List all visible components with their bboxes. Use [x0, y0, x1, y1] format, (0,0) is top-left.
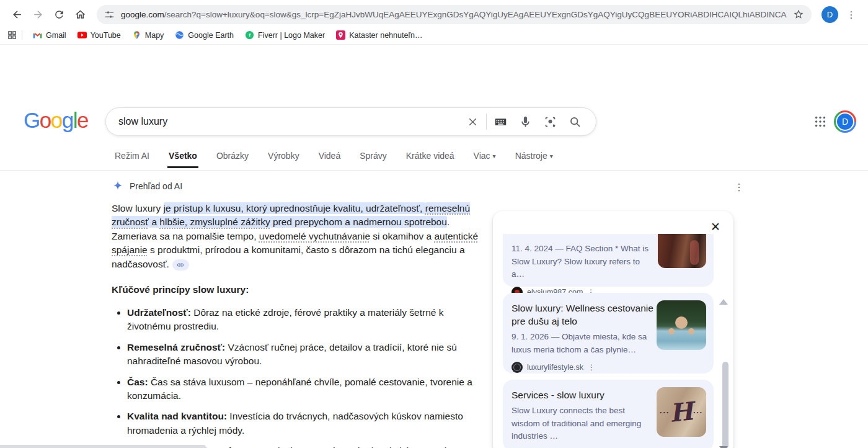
browser-profile-avatar[interactable]: D: [822, 6, 838, 23]
panel-close-button[interactable]: ✕: [707, 218, 724, 235]
list-item: Remeselná zručnosť: Vzácnosť ručnej prác…: [127, 341, 479, 369]
address-bar[interactable]: google.com/search?q=slow+luxury&oq=slow&…: [97, 5, 812, 24]
source-card[interactable]: Slow luxury: Wellness cestovanie pre duš…: [503, 293, 714, 374]
tab-spravy[interactable]: Správy: [358, 149, 388, 168]
ai-overview-menu-button[interactable]: ⋮: [734, 181, 744, 193]
keyboard-icon: [494, 115, 507, 128]
google-apps-grid-icon[interactable]: [813, 115, 827, 128]
lens-search-button[interactable]: [538, 109, 562, 134]
tab-vsetko[interactable]: Všetko: [167, 149, 198, 168]
bookmark-fiverr[interactable]: f Fiverr | Logo Maker: [239, 29, 330, 41]
tab-videa[interactable]: Videá: [317, 149, 342, 168]
bookmarks-divider: [22, 30, 22, 40]
forward-button[interactable]: [27, 4, 48, 25]
browser-menu-button[interactable]: ⋮: [841, 4, 862, 25]
tab-kratke-videa[interactable]: Krátke videá: [405, 149, 456, 168]
search-input[interactable]: slow luxury: [118, 116, 460, 127]
kebab-menu-icon: ⋮: [734, 182, 744, 192]
ai-sparkle-icon: [112, 180, 124, 192]
search-icon: [569, 115, 582, 128]
clear-search-button[interactable]: [460, 109, 485, 134]
bookmark-google-earth[interactable]: Google Earth: [169, 29, 239, 41]
kataster-pin-icon: [336, 30, 345, 40]
google-earth-icon: [175, 30, 184, 40]
card-thumbnail-spa: [657, 300, 706, 350]
card-snippet: 9. 1. 2026 — Objavte miesta, kde sa luxu…: [512, 331, 654, 356]
ai-overview-paragraph: Slow luxury je prístup k luxusu, ktorý u…: [112, 202, 479, 271]
microphone-icon: [519, 115, 532, 128]
back-button[interactable]: [6, 4, 27, 25]
account-avatar[interactable]: D: [834, 110, 856, 133]
home-icon: [74, 9, 86, 20]
list-item: Čas: Čas sa stáva luxusom – neponáhľané …: [127, 375, 479, 403]
url-text: google.com/search?q=slow+luxury&oq=slow&…: [121, 10, 787, 19]
card-title: Services - slow luxury: [512, 388, 654, 401]
url-path: /search?q=slow+luxury&oq=slow&gs_lcrp=Eg…: [164, 10, 787, 19]
back-arrow-icon: [11, 9, 23, 20]
card-thumbnail-street: [658, 234, 706, 268]
source-name: luxurylifestyle.sk: [527, 363, 583, 372]
card-menu-button[interactable]: ⋮: [588, 363, 595, 372]
kebab-menu-icon: ⋮: [847, 10, 856, 19]
bookmark-youtube[interactable]: YouTube: [72, 29, 126, 41]
scrollbar-thumb[interactable]: [722, 362, 728, 448]
close-icon: ✕: [711, 220, 720, 233]
ai-overview-text: Slow luxury je prístup k luxusu, ktorý u…: [112, 202, 478, 269]
search-results-page: Google slow luxury D Režim AI Všetko Obr…: [0, 45, 868, 448]
svg-text:f: f: [249, 32, 250, 38]
card-snippet: 11. 4. 2024 — FAQ Section * What is Slow…: [512, 243, 654, 281]
chevron-down-icon: ▾: [550, 153, 553, 159]
result-filter-tabs: Režim AI Všetko Obrázky Výrobky Videá Sp…: [0, 149, 868, 171]
search-box[interactable]: slow luxury: [105, 107, 596, 136]
gmail-icon: [33, 30, 42, 40]
forward-arrow-icon: [32, 9, 44, 20]
voice-search-button[interactable]: [513, 109, 538, 134]
tab-vyrobky[interactable]: Výrobky: [267, 149, 301, 168]
youtube-icon: [78, 30, 87, 40]
browser-toolbar: google.com/search?q=slow+luxury&oq=slow&…: [0, 0, 868, 29]
google-lens-icon: [544, 115, 557, 128]
tab-viac[interactable]: Viac▾: [472, 149, 497, 168]
source-link-chip[interactable]: [172, 259, 189, 271]
search-button[interactable]: [562, 109, 587, 134]
chevron-down-icon: ▾: [493, 153, 496, 159]
ai-overview-header: Prehľad od AI: [112, 180, 479, 192]
list-item: Udržateľnosť: Dôraz na etické zdroje, fé…: [127, 306, 479, 334]
kebab-menu-icon: ⋮: [588, 363, 595, 372]
site-settings-icon[interactable]: [104, 9, 115, 20]
bookmark-gmail[interactable]: Gmail: [27, 29, 72, 41]
tab-rezim-ai[interactable]: Režim AI: [113, 149, 151, 168]
bookmark-mapy[interactable]: Mapy: [126, 29, 170, 41]
scroll-up-arrow[interactable]: [719, 299, 728, 305]
url-host: google.com: [121, 10, 164, 19]
reload-button[interactable]: [48, 4, 69, 25]
tab-obrazky[interactable]: Obrázky: [215, 149, 250, 168]
source-card[interactable]: 11. 4. 2024 — FAQ Section * What is Slow…: [503, 234, 714, 287]
home-button[interactable]: [69, 4, 91, 25]
google-logo[interactable]: Google: [24, 108, 88, 133]
bookmark-star-icon[interactable]: [793, 9, 804, 20]
principles-list: Udržateľnosť: Dôraz na etické zdroje, fé…: [117, 306, 479, 448]
source-card[interactable]: Services - slow luxury Slow Luxury conne…: [503, 380, 714, 448]
principles-heading: Kľúčové princípy slow luxury:: [112, 284, 479, 295]
source-cards-list: 11. 4. 2024 — FAQ Section * What is Slow…: [503, 234, 714, 448]
card-thumbnail-monogram: ···H···: [657, 387, 706, 437]
bookmarks-bar: Gmail YouTube Mapy Google Earth f Fiverr…: [0, 29, 868, 45]
monogram-letter: H: [668, 398, 694, 426]
status-bubble-edge: [0, 445, 206, 448]
fiverr-icon: f: [245, 30, 254, 40]
favicon: [512, 362, 523, 373]
apps-shortcut-icon[interactable]: [7, 30, 17, 40]
bookmark-kataster[interactable]: Kataster nehnuteľn…: [330, 29, 428, 41]
close-icon: [466, 115, 479, 128]
link-icon: [177, 261, 184, 269]
reload-icon: [53, 9, 65, 20]
tab-nastroje[interactable]: Nástroje▾: [514, 149, 554, 168]
card-snippet: Slow Luxury connects the best wisdom of …: [512, 405, 654, 443]
ai-overview-section: Prehľad od AI Slow luxury je prístup k l…: [112, 180, 479, 448]
sources-panel: ✕ 11. 4. 2024 — FAQ Section * What is Sl…: [493, 211, 733, 448]
ai-overview-label: Prehľad od AI: [130, 181, 182, 191]
maps-pin-icon: [132, 30, 141, 40]
list-item: Kvalita nad kvantitou: Investícia do trv…: [127, 410, 479, 437]
keyboard-button[interactable]: [488, 109, 513, 134]
